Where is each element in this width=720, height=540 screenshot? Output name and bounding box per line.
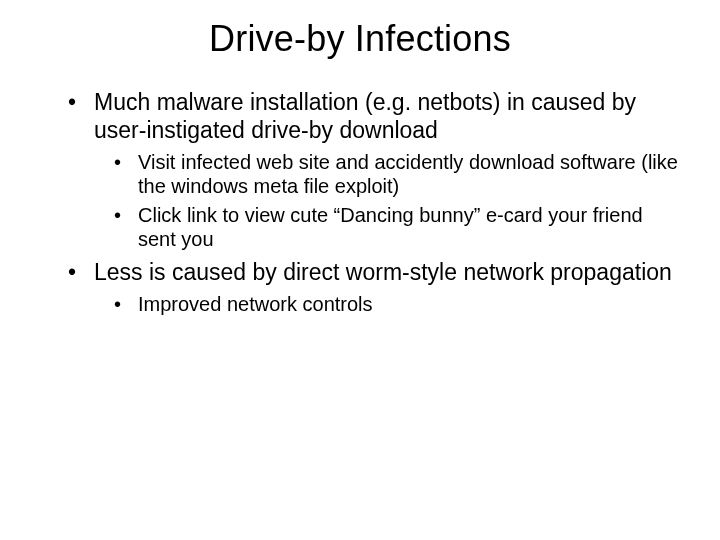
bullet-list-level2: Visit infected web site and accidently d… bbox=[94, 150, 680, 252]
list-item: Less is caused by direct worm-style netw… bbox=[68, 258, 680, 316]
list-item: Click link to view cute “Dancing bunny” … bbox=[114, 203, 680, 252]
bullet-text: Click link to view cute “Dancing bunny” … bbox=[138, 204, 643, 250]
bullet-text: Much malware installation (e.g. netbots)… bbox=[94, 89, 636, 143]
bullet-text: Visit infected web site and accidently d… bbox=[138, 151, 678, 197]
slide: Drive-by Infections Much malware install… bbox=[0, 0, 720, 540]
bullet-list-level1: Much malware installation (e.g. netbots)… bbox=[40, 88, 680, 316]
list-item: Improved network controls bbox=[114, 292, 680, 316]
bullet-text: Improved network controls bbox=[138, 293, 373, 315]
list-item: Much malware installation (e.g. netbots)… bbox=[68, 88, 680, 252]
bullet-list-level2: Improved network controls bbox=[94, 292, 680, 316]
bullet-text: Less is caused by direct worm-style netw… bbox=[94, 259, 672, 285]
slide-title: Drive-by Infections bbox=[40, 18, 680, 60]
list-item: Visit infected web site and accidently d… bbox=[114, 150, 680, 199]
